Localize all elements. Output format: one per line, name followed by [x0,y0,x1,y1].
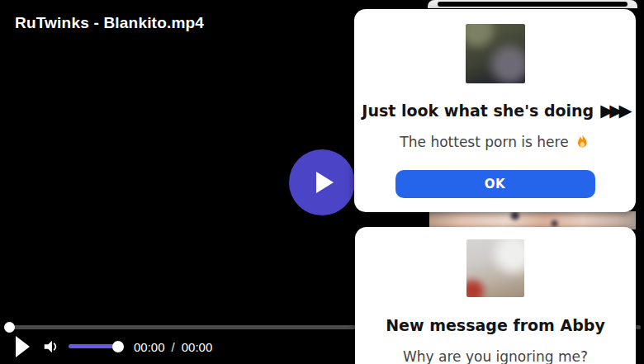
offer-subtitle: The hottest porn is here [400,132,590,152]
fire-icon [575,135,590,150]
offer-title-text: Just look what she's doing [362,100,594,121]
message-subtitle-text: Why are you ignoring me? [403,347,588,364]
play-overlay-button[interactable] [289,149,355,215]
blurred-photo-placeholder [466,24,525,83]
current-time: 00:00 [134,340,165,354]
message-title-text: New message from Abby [386,314,605,336]
offer-subtitle-text: The hottest porn is here [400,132,568,152]
triple-arrow-icon: ▶▶▶ [600,100,627,121]
offer-title: Just look what she's doing ▶▶▶ [362,100,627,121]
video-title: RuTwinks - Blankito.mp4 [15,14,204,32]
offer-thumbnail[interactable] [466,24,525,83]
volume-thumb[interactable] [112,341,124,352]
message-title: New message from Abby [386,314,605,336]
duration: 00:00 [182,340,213,354]
message-thumbnail[interactable] [466,239,524,297]
time-separator: / [172,340,175,354]
background-panel-bar [438,2,627,7]
time-display: 00:00 / 00:00 [134,340,212,354]
play-button[interactable] [16,336,30,357]
popup-offer: Just look what she's doing ▶▶▶ The hotte… [354,9,636,212]
background-panel-top [428,0,637,8]
ok-button[interactable]: OK [395,170,595,198]
volume-icon[interactable] [42,338,60,356]
message-subtitle: Why are you ignoring me? [403,347,588,364]
seek-thumb[interactable] [4,322,15,333]
play-icon [316,172,334,193]
blurred-photo-placeholder [466,239,524,297]
popup-message: New message from Abby Why are you ignori… [355,227,636,364]
